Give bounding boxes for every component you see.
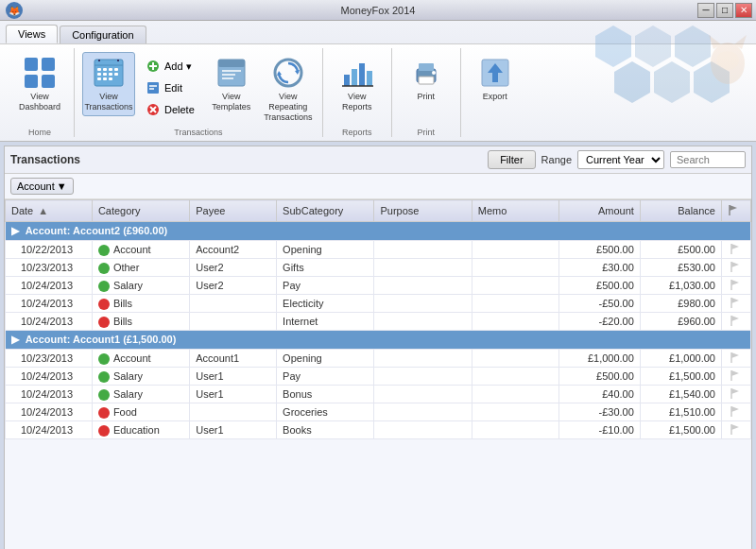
svg-marker-63 (731, 352, 739, 358)
svg-rect-33 (218, 60, 245, 67)
add-button[interactable]: Add ▾ (139, 56, 201, 77)
tab-configuration[interactable]: Configuration (60, 26, 146, 43)
table-row[interactable]: 10/23/2013 Account Account1 Opening £1,0… (6, 350, 751, 368)
transaction-action-buttons: Add ▾ Edit (139, 56, 201, 120)
account-dropdown[interactable]: Account ▼ (10, 178, 74, 195)
col-amount[interactable]: Amount (558, 200, 640, 222)
table-row[interactable]: 10/24/2013 Salary User2 Pay £500.00 £1,0… (6, 277, 751, 295)
col-category[interactable]: Category (92, 200, 189, 222)
range-select[interactable]: Current Year Last Year All Time Custom (577, 150, 664, 169)
cell-category: Bills (92, 295, 189, 313)
table-row[interactable]: 10/24/2013 Salary User1 Pay £500.00 £1,5… (6, 368, 751, 386)
cell-payee: User1 (190, 368, 277, 386)
cell-payee: User2 (190, 277, 277, 295)
view-repeating-button[interactable]: View Repeating Transactions (262, 52, 315, 126)
svg-marker-57 (731, 280, 739, 285)
maximize-button[interactable]: □ (716, 3, 733, 18)
cell-amount: -£20.00 (558, 313, 640, 331)
title-bar: 🦊 MoneyFox 2014 ─ □ ✕ (0, 0, 756, 21)
edit-button[interactable]: Edit (139, 77, 201, 98)
account-group-header[interactable]: ▶ Account: Account1 (£1,500.00) (6, 331, 751, 350)
ribbon-group-reports: View Reports Reports (323, 48, 392, 137)
account-group-header[interactable]: ▶ Account: Account2 (£960.00) (6, 222, 751, 241)
svg-rect-47 (419, 77, 434, 84)
cell-memo (472, 368, 558, 386)
templates-icon (215, 56, 249, 90)
svg-marker-38 (295, 70, 300, 75)
reports-items: View Reports (331, 48, 384, 126)
cell-amount: £40.00 (558, 386, 640, 403)
svg-rect-17 (103, 73, 107, 76)
svg-marker-71 (731, 424, 739, 430)
cell-subcategory: Bonus (277, 386, 374, 403)
view-reports-button[interactable]: View Reports (331, 52, 384, 116)
transactions-table-container: Date ▲ Category Payee SubCategory Purpos… (5, 199, 751, 549)
table-row[interactable]: 10/24/2013 Education User1 Books -£10.00… (6, 421, 751, 439)
cell-amount: £1,000.00 (558, 350, 640, 368)
tab-views[interactable]: Views (6, 25, 58, 43)
table-row[interactable]: 10/22/2013 Account Account2 Opening £500… (6, 241, 751, 259)
cell-flag (721, 259, 750, 277)
svg-marker-61 (731, 316, 739, 321)
svg-marker-55 (731, 262, 739, 267)
cell-flag (721, 368, 750, 386)
expand-icon[interactable]: ▶ (11, 334, 19, 345)
close-button[interactable]: ✕ (735, 3, 752, 18)
col-balance[interactable]: Balance (640, 200, 721, 222)
svg-rect-26 (147, 82, 159, 94)
table-row[interactable]: 10/24/2013 Food Groceries -£30.00 £1,510… (6, 403, 751, 421)
svg-rect-41 (352, 69, 357, 86)
print-button[interactable]: Print (400, 52, 453, 106)
cell-subcategory: Gifts (277, 259, 374, 277)
export-label: Export (483, 92, 507, 102)
cell-payee: User2 (190, 259, 277, 277)
cell-balance: £1,000.00 (640, 350, 721, 368)
col-subcategory[interactable]: SubCategory (277, 200, 374, 222)
view-transactions-button[interactable]: View Transactions (82, 52, 135, 116)
expand-icon[interactable]: ▶ (11, 225, 19, 236)
col-date[interactable]: Date ▲ (6, 200, 93, 222)
view-dashboard-button[interactable]: View Dashboard (13, 52, 66, 116)
export-icon (478, 56, 512, 90)
cell-memo (472, 295, 558, 313)
panel-title: Transactions (10, 153, 482, 166)
table-row[interactable]: 10/24/2013 Bills Internet -£20.00 £960.0… (6, 313, 751, 331)
cell-balance: £1,500.00 (640, 368, 721, 386)
svg-rect-12 (97, 68, 101, 71)
svg-marker-67 (731, 388, 739, 394)
svg-rect-19 (114, 73, 118, 76)
cell-purpose (374, 277, 472, 295)
cell-payee (190, 295, 277, 313)
cell-amount: £500.00 (558, 241, 640, 259)
cell-category: Education (92, 421, 189, 439)
cell-purpose (374, 350, 472, 368)
view-repeating-label: View Repeating Transactions (264, 92, 312, 122)
table-row[interactable]: 10/24/2013 Bills Electicity -£50.00 £980… (6, 295, 751, 313)
search-input[interactable] (670, 151, 746, 168)
edit-icon (146, 80, 161, 95)
table-row[interactable]: 10/23/2013 Other User2 Gifts £30.00 £530… (6, 259, 751, 277)
cell-payee: User1 (190, 386, 277, 403)
cell-subcategory: Opening (277, 350, 374, 368)
cell-balance: £500.00 (640, 241, 721, 259)
svg-rect-40 (344, 75, 350, 86)
export-button[interactable]: Export (469, 52, 522, 106)
filter-button[interactable]: Filter (488, 150, 535, 169)
cell-balance: £1,510.00 (640, 403, 721, 421)
table-row[interactable]: 10/24/2013 Salary User1 Bonus £40.00 £1,… (6, 386, 751, 403)
cell-date: 10/24/2013 (6, 421, 93, 439)
print-group-label: Print (418, 126, 436, 137)
cell-flag (721, 313, 750, 331)
delete-button[interactable]: Delete (139, 99, 201, 120)
svg-rect-42 (359, 63, 365, 86)
cell-memo (472, 259, 558, 277)
view-templates-button[interactable]: View Templates (205, 52, 258, 116)
minimize-button[interactable]: ─ (697, 3, 714, 18)
cell-memo (472, 277, 558, 295)
account-group-title: ▶ Account: Account2 (£960.00) (6, 222, 751, 241)
cell-category: Salary (92, 368, 189, 386)
cell-date: 10/24/2013 (6, 386, 93, 403)
col-payee[interactable]: Payee (190, 200, 277, 222)
col-memo[interactable]: Memo (472, 200, 558, 222)
col-purpose[interactable]: Purpose (374, 200, 472, 222)
